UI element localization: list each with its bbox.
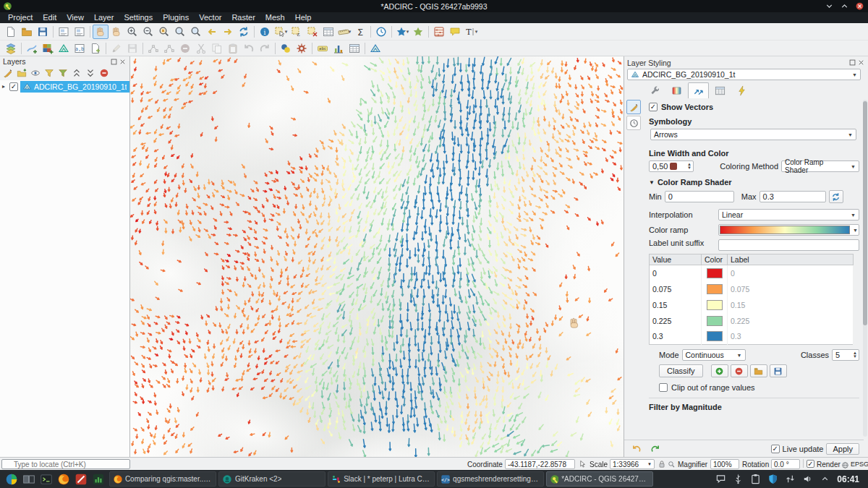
clear-value-button[interactable] — [670, 163, 677, 170]
save-ramp-button[interactable] — [770, 364, 787, 377]
reload-min-max-button[interactable] — [829, 190, 843, 203]
pan-to-selection-button[interactable] — [109, 25, 124, 39]
label-unit-suffix-input[interactable] — [718, 239, 859, 251]
deselect-features-button[interactable] — [305, 25, 320, 39]
new-spatial-bookmark-button[interactable]: ▾ — [394, 25, 410, 39]
new-shapefile-layer-button[interactable] — [88, 41, 103, 56]
add-group-button[interactable] — [15, 67, 28, 80]
symbology-tab[interactable] — [626, 100, 641, 114]
crs-value[interactable]: EPSG:4326 — [851, 459, 868, 469]
remove-layer-button[interactable] — [98, 67, 111, 80]
text-annotation-button[interactable]: T▾ — [463, 25, 479, 39]
zoom-last-button[interactable] — [204, 25, 220, 39]
zoom-next-button[interactable] — [220, 25, 236, 39]
ramp-table-row[interactable]: 0.2250.225 — [650, 313, 854, 329]
tab-contours[interactable] — [666, 82, 687, 98]
minimize-button[interactable] — [824, 1, 835, 12]
measure-line-dropdown-icon[interactable]: ▾ — [349, 29, 352, 35]
coordinate-input[interactable]: -43.1187,-22.8578 — [505, 459, 575, 469]
menu-vector[interactable]: Vector — [194, 12, 226, 23]
messages-tray-icon[interactable] — [714, 473, 727, 486]
style-undo-button[interactable] — [629, 442, 644, 456]
render-checkbox[interactable]: ✓ — [807, 460, 814, 468]
tray-expand-icon[interactable] — [818, 473, 831, 486]
rotation-spinner[interactable]: 0.0 ° — [771, 459, 800, 469]
menu-layer[interactable]: Layer — [89, 12, 119, 23]
usb-device-icon[interactable] — [731, 473, 744, 486]
layer-visibility-checkbox[interactable]: ✓ — [9, 82, 18, 91]
add-value-button[interactable] — [711, 364, 728, 377]
taskbar-window-button[interactable]: </>qgsmeshrenderersettings.h... — [437, 471, 544, 487]
show-layout-manager-button[interactable] — [72, 25, 88, 39]
open-attribute-table-button[interactable] — [320, 25, 336, 39]
ramp-table-row[interactable]: 0.150.15 — [650, 297, 854, 313]
live-update-checkbox[interactable]: ✓ — [771, 445, 780, 453]
select-features-button[interactable]: ▾ — [273, 25, 289, 39]
layers-panel-close-button[interactable] — [118, 57, 127, 66]
tab-vectors[interactable] — [688, 82, 709, 98]
volume-icon[interactable] — [801, 473, 814, 486]
select-by-expression-button[interactable]: ε — [289, 25, 305, 39]
layer-diagrams-button[interactable] — [331, 41, 346, 56]
scrollbar-thumb[interactable] — [863, 101, 867, 325]
layer-item[interactable]: ADCIRC_BG_20190910_1t — [20, 81, 129, 93]
add-vector-layer-button[interactable] — [24, 41, 40, 56]
max-input[interactable]: 0.3 — [760, 191, 826, 202]
mesh-calculator-button[interactable] — [367, 41, 383, 56]
menu-raster[interactable]: Raster — [226, 12, 260, 23]
tab-simplification[interactable] — [731, 82, 752, 98]
tab-rendering[interactable] — [710, 82, 731, 98]
manage-map-themes-button[interactable] — [29, 67, 42, 80]
map-canvas[interactable] — [130, 56, 624, 457]
zoom-out-button[interactable] — [140, 25, 156, 39]
show-vectors-checkbox[interactable]: ✓ — [649, 103, 658, 111]
zoom-to-selection-button[interactable] — [172, 25, 188, 39]
taskbar-window-button[interactable]: *ADCIRC - QGIS 26427ab9993 — [546, 471, 653, 487]
zoom-in-button[interactable] — [124, 25, 140, 39]
security-shield-icon[interactable] — [766, 473, 779, 486]
color-ramp-combo[interactable]: ▼ — [718, 224, 859, 236]
classify-button[interactable]: Classify — [659, 364, 703, 377]
styling-scrollbar[interactable] — [863, 100, 867, 437]
spinner-arrows-icon[interactable]: ▲▼ — [685, 163, 692, 170]
spinner-arrows-icon[interactable]: ▲▼ — [851, 351, 857, 359]
tab-general[interactable] — [644, 82, 665, 98]
menu-plugins[interactable]: Plugins — [158, 12, 194, 23]
load-ramp-button[interactable] — [750, 364, 767, 377]
temporal-controller-button[interactable] — [373, 25, 389, 39]
measure-line-button[interactable]: ▾ — [336, 25, 352, 39]
lock-scale-icon[interactable] — [658, 459, 666, 469]
processing-toolbox-button[interactable] — [294, 41, 310, 56]
terminal-launcher[interactable] — [38, 471, 55, 487]
text-annotation-dropdown-icon[interactable]: ▾ — [475, 29, 478, 35]
classes-spinner[interactable]: 5 ▲▼ — [832, 349, 859, 361]
clipboard-icon[interactable] — [749, 473, 762, 486]
map-view[interactable] — [130, 56, 624, 457]
maximize-button[interactable] — [839, 1, 850, 12]
style-redo-button[interactable] — [647, 442, 663, 456]
locator-input[interactable] — [1, 459, 130, 469]
new-spatial-bookmark-dropdown-icon[interactable]: ▾ — [407, 29, 409, 35]
open-data-source-manager-button[interactable] — [3, 41, 19, 56]
interpolation-combo[interactable]: Linear ▼ — [718, 209, 859, 221]
layer-selector-combo[interactable]: ADCIRC_BG_20190910_1t ▼ — [627, 69, 861, 80]
magnifier-spinner[interactable]: 100% — [710, 459, 739, 469]
ramp-label-cell[interactable]: 0.3 — [728, 329, 854, 345]
apply-button[interactable]: Apply — [826, 443, 859, 455]
expand-all-button[interactable] — [70, 67, 83, 80]
ramp-value-cell[interactable]: 0.225 — [650, 313, 702, 329]
map-decorations-button[interactable] — [346, 41, 362, 56]
statistical-summary-button[interactable]: Σ — [352, 25, 368, 39]
pan-map-button[interactable] — [93, 25, 109, 39]
map-tips-button[interactable] — [447, 25, 463, 39]
ramp-value-cell[interactable]: 0 — [650, 265, 702, 281]
system-monitor-launcher[interactable] — [90, 471, 107, 487]
shader-section-header[interactable]: ▼ Color Ramp Shader — [649, 176, 859, 188]
new-project-button[interactable] — [3, 25, 19, 39]
layers-panel-float-button[interactable] — [109, 57, 118, 66]
ramp-value-cell[interactable]: 0.075 — [650, 281, 702, 297]
zoom-full-button[interactable] — [156, 25, 172, 39]
menu-view[interactable]: View — [61, 12, 89, 23]
open-layer-styling-button[interactable] — [1, 67, 14, 80]
zoom-to-layer-button[interactable] — [188, 25, 204, 39]
